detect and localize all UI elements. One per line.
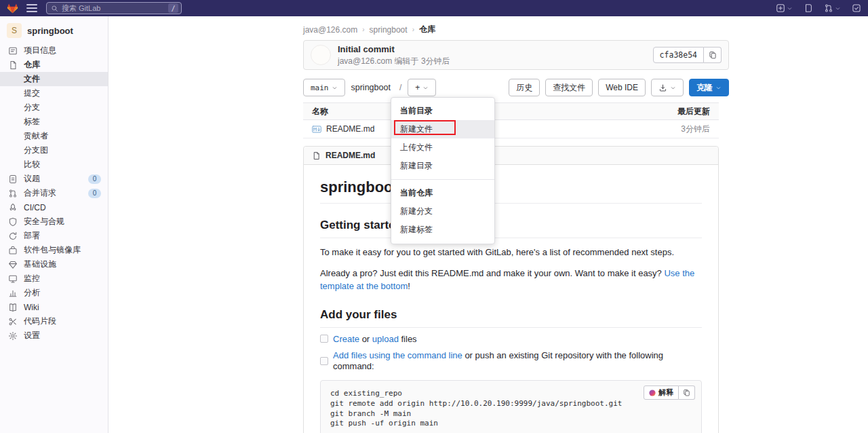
breadcrumb-repository: 仓库: [419, 24, 435, 35]
top-navbar: /: [0, 0, 868, 16]
sidebar-item[interactable]: 贡献者: [0, 129, 108, 143]
sidebar-item[interactable]: 分支: [0, 100, 108, 115]
sidebar-item[interactable]: 软件包与镜像库: [0, 243, 108, 257]
sidebar-item-label: 监控: [24, 273, 40, 284]
clone-button[interactable]: 克隆: [689, 79, 729, 96]
hamburger-menu-icon[interactable]: [26, 4, 37, 12]
repo-path[interactable]: springboot: [351, 83, 391, 92]
command-line-link[interactable]: Add files using the command line: [333, 350, 462, 360]
sidebar-item[interactable]: 分支图: [0, 143, 108, 157]
breadcrumb-separator: ›: [362, 26, 364, 33]
sidebar-item[interactable]: 标签: [0, 115, 108, 129]
checkbox[interactable]: [320, 335, 328, 343]
sidebar-item[interactable]: CI/CD: [0, 200, 108, 214]
sidebar-item[interactable]: 合并请求 0: [0, 186, 108, 200]
repo-toolbar: main springboot / + 历史 查找文件 Web IDE 克隆: [303, 79, 729, 96]
sidebar-item[interactable]: 基础设施: [0, 257, 108, 271]
plus-dropdown-button[interactable]: +: [408, 79, 436, 96]
readme-title: springboot: [320, 178, 702, 204]
commit-title[interactable]: Initial commit: [338, 43, 450, 56]
upload-link[interactable]: upload: [372, 334, 399, 344]
file-updated: 3分钟后: [681, 124, 710, 135]
file-name[interactable]: README.md: [326, 124, 374, 134]
breadcrumb-separator: ›: [412, 26, 414, 33]
sidebar-item-label: 议题: [24, 173, 40, 185]
count-badge: 0: [88, 174, 101, 184]
checkbox[interactable]: [320, 357, 328, 365]
plus-dropdown-menu: 当前目录 新建文件 上传文件 新建目录 当前仓库 新建分支 新建标签: [391, 97, 495, 244]
sidebar-item[interactable]: 安全与合规: [0, 214, 108, 229]
copy-code-icon[interactable]: [679, 385, 695, 400]
column-last-update: 最后更新: [677, 106, 710, 117]
breadcrumb-group[interactable]: java@126.com: [303, 25, 357, 35]
sidebar-item[interactable]: 议题 0: [0, 172, 108, 186]
web-ide-button[interactable]: Web IDE: [598, 79, 646, 96]
download-button[interactable]: [651, 79, 684, 96]
sidebar-item[interactable]: Wiki: [0, 300, 108, 314]
breadcrumb-project[interactable]: springboot: [370, 25, 408, 35]
merge-request-icon: [8, 189, 18, 198]
sidebar-item-label: 基础设施: [24, 259, 56, 270]
sidebar-item[interactable]: 比较: [0, 157, 108, 172]
sidebar-item[interactable]: 设置: [0, 328, 108, 343]
sidebar-item-label: 安全与合规: [24, 216, 64, 227]
sidebar-item[interactable]: 项目信息: [0, 43, 108, 58]
sidebar-item-label: 贡献者: [24, 130, 48, 142]
global-search[interactable]: /: [46, 2, 182, 14]
sidebar-item-label: 代码片段: [24, 316, 56, 327]
readme-body: springboot Getting started To make it ea…: [304, 165, 718, 433]
sidebar-item-label: 软件包与镜像库: [24, 244, 81, 256]
code-line: git branch -M main: [330, 409, 692, 419]
table-row-readme[interactable]: README.md 3分钟后: [303, 120, 719, 138]
readme-panel-header[interactable]: README.md: [304, 147, 718, 165]
commit-sha[interactable]: cfa38e54: [653, 47, 704, 63]
download-icon: [658, 83, 667, 92]
security-icon: [8, 217, 18, 227]
sidebar-item-label: 部署: [24, 230, 40, 242]
committer-avatar[interactable]: [311, 45, 331, 65]
dropdown-section-header: 当前目录: [391, 102, 494, 120]
readme-panel-title: README.md: [326, 151, 375, 160]
sidebar-item[interactable]: 监控: [0, 271, 108, 286]
dropdown-menu-item[interactable]: 新建目录: [391, 157, 494, 175]
sidebar-item-label: 文件: [24, 73, 40, 85]
wiki-icon: [8, 303, 18, 312]
branch-selector[interactable]: main: [303, 79, 345, 96]
create-link[interactable]: Create: [333, 334, 359, 344]
project-avatar: S: [7, 23, 22, 38]
sidebar-item-label: 分析: [24, 287, 40, 299]
dropdown-menu-item[interactable]: 上传文件: [391, 138, 494, 157]
task-item: Add files using the command line or push…: [320, 350, 702, 371]
file-table: 名称 最后更新 README.md 3分钟后: [303, 102, 719, 138]
ai-sparkle-icon: [649, 390, 656, 396]
history-button[interactable]: 历史: [509, 79, 540, 96]
dropdown-menu-item[interactable]: 新建分支: [391, 202, 494, 221]
issues-nav-icon[interactable]: [804, 3, 813, 13]
sidebar-item[interactable]: 部署: [0, 229, 108, 243]
project-name: springboot: [27, 26, 73, 36]
paragraph: To make it easy for you to get started w…: [320, 246, 702, 259]
gitlab-logo[interactable]: [7, 3, 18, 14]
monitor-icon: [8, 274, 18, 284]
sidebar-item[interactable]: 代码片段: [0, 314, 108, 328]
todos-nav-icon[interactable]: [852, 3, 861, 13]
find-file-button[interactable]: 查找文件: [545, 79, 593, 96]
sidebar-project-header[interactable]: S springboot: [0, 16, 108, 43]
deployments-icon: [8, 231, 18, 241]
heading-add-your-files: Add your files: [320, 308, 702, 328]
sidebar-item-label: CI/CD: [24, 203, 46, 212]
snippets-icon: [8, 317, 18, 326]
sidebar-item[interactable]: 分析: [0, 286, 108, 300]
sidebar-item[interactable]: 仓库: [0, 58, 108, 72]
merge-requests-nav-icon[interactable]: [824, 3, 841, 13]
sidebar-item[interactable]: 文件: [0, 72, 108, 86]
new-plus-menu-icon[interactable]: [776, 3, 793, 13]
task-item: Create or upload files: [320, 334, 702, 345]
search-input[interactable]: [62, 4, 168, 12]
sidebar-item[interactable]: 提交: [0, 86, 108, 100]
dropdown-menu-item[interactable]: 新建文件: [391, 120, 494, 138]
readme-panel: README.md springboot Getting started To …: [303, 146, 719, 433]
dropdown-menu-item[interactable]: 新建标签: [391, 221, 494, 239]
copy-sha-icon[interactable]: [704, 47, 722, 63]
explain-code-button[interactable]: 解释: [644, 385, 679, 400]
